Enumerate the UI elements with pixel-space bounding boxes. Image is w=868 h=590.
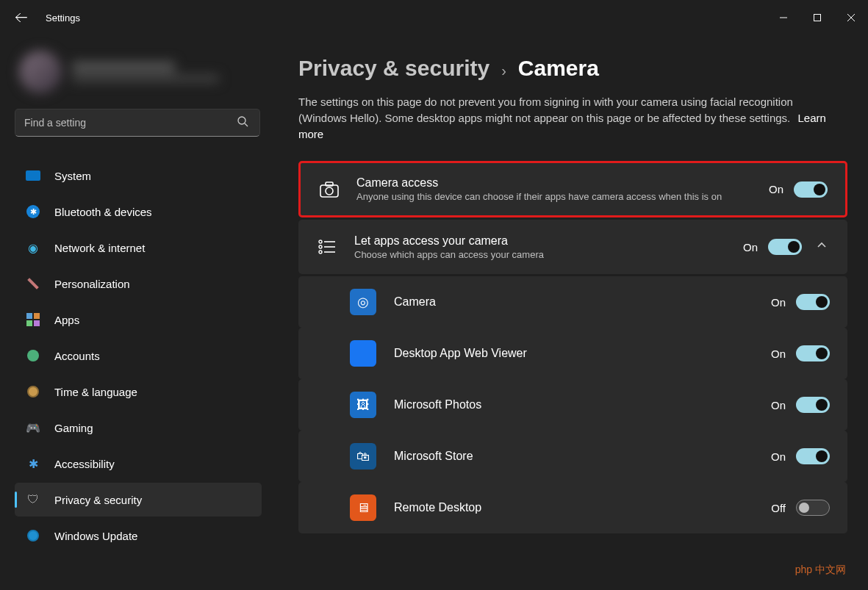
setting-subtitle: Anyone using this device can choose if t…: [356, 191, 753, 202]
svg-point-7: [326, 187, 333, 195]
app-row: 🛍Microsoft StoreOn: [298, 431, 847, 482]
shield-icon: 🛡: [25, 492, 41, 508]
setting-title: Camera access: [356, 176, 753, 190]
app-toggle[interactable]: [796, 294, 830, 310]
profile-block[interactable]: [15, 43, 262, 101]
sidebar-item-privacy-security[interactable]: 🛡Privacy & security: [15, 483, 262, 517]
app-icon: 🖥: [350, 494, 376, 521]
bluetooth-icon: ✱: [25, 204, 41, 220]
app-row: 🖥Remote DesktopOff: [298, 482, 847, 533]
svg-point-4: [238, 117, 245, 124]
sidebar-item-label: Personalization: [54, 278, 130, 290]
sidebar-item-personalization[interactable]: Personalization: [15, 267, 262, 301]
app-icon: 🛍: [350, 443, 376, 470]
app-label: Remote Desktop: [394, 501, 753, 514]
sidebar-item-label: Time & language: [54, 386, 137, 398]
toggle-state-label: On: [743, 241, 758, 253]
brush-icon: [25, 276, 41, 292]
app-toggle[interactable]: [796, 500, 830, 516]
list-icon: [316, 240, 338, 254]
profile-name: [72, 62, 175, 72]
apps-grid-icon: [25, 312, 41, 328]
let-apps-toggle[interactable]: [768, 239, 802, 255]
sidebar-item-gaming[interactable]: 🎮Gaming: [15, 411, 262, 445]
toggle-state-label: On: [771, 348, 786, 360]
sidebar-item-label: Accessibility: [54, 458, 115, 470]
chevron-right-icon: ›: [501, 62, 506, 79]
maximize-button[interactable]: [800, 0, 834, 35]
monitor-icon: [25, 168, 41, 184]
sidebar-item-label: Windows Update: [54, 530, 137, 542]
svg-point-9: [319, 240, 322, 243]
app-row: ◎CameraOn: [298, 276, 847, 328]
avatar: [19, 51, 62, 93]
search-input[interactable]: [15, 109, 260, 137]
window-controls: [767, 0, 868, 35]
setting-subtitle: Choose which apps can access your camera: [354, 249, 727, 260]
camera-icon: [318, 181, 340, 198]
svg-point-13: [319, 251, 322, 253]
toggle-state-label: On: [771, 450, 786, 463]
app-icon: ◎: [350, 289, 376, 315]
app-icon: 🖼: [350, 392, 376, 418]
app-row: 🖼Microsoft PhotosOn: [298, 379, 847, 431]
sidebar-item-label: Bluetooth & devices: [54, 206, 152, 218]
accessibility-icon: ✱: [25, 456, 41, 472]
app-toggle[interactable]: [796, 345, 830, 361]
svg-point-11: [319, 245, 322, 248]
app-label: Microsoft Photos: [394, 398, 753, 411]
update-icon: [25, 528, 41, 544]
app-label: Camera: [394, 295, 753, 309]
sidebar-item-time-language[interactable]: Time & language: [15, 375, 262, 409]
sidebar-item-label: Network & internet: [54, 242, 145, 254]
app-toggle[interactable]: [796, 397, 830, 413]
svg-rect-1: [814, 15, 821, 21]
close-button[interactable]: [834, 0, 868, 35]
sidebar-item-label: Privacy & security: [54, 494, 142, 506]
breadcrumb: Privacy & security › Camera: [298, 56, 847, 81]
minimize-button[interactable]: [767, 0, 800, 35]
app-label: Desktop App Web Viewer: [394, 347, 753, 360]
toggle-state-label: Off: [771, 502, 786, 514]
app-title: Settings: [46, 12, 80, 24]
toggle-state-label: On: [771, 399, 786, 411]
profile-email: [72, 75, 219, 82]
back-button[interactable]: 🡠: [15, 10, 28, 26]
sidebar-item-accounts[interactable]: Accounts: [15, 339, 262, 373]
sidebar-item-label: System: [54, 170, 91, 182]
setting-let-apps[interactable]: Let apps access your camera Choose which…: [298, 220, 847, 274]
clock-icon: [25, 384, 41, 400]
chevron-up-icon[interactable]: [817, 240, 830, 253]
app-label: Microsoft Store: [394, 450, 753, 463]
toggle-state-label: On: [769, 183, 783, 195]
toggle-state-label: On: [771, 296, 786, 309]
page-description: The settings on this page do not prevent…: [298, 94, 842, 142]
app-row: Desktop App Web ViewerOn: [298, 328, 847, 379]
sidebar-item-accessibility[interactable]: ✱Accessibility: [15, 447, 262, 481]
sidebar-item-bluetooth-devices[interactable]: ✱Bluetooth & devices: [15, 195, 262, 229]
user-icon: [25, 348, 41, 364]
setting-camera-access: Camera access Anyone using this device c…: [298, 161, 847, 217]
sidebar-item-label: Apps: [54, 314, 79, 326]
gamepad-icon: 🎮: [25, 420, 41, 436]
sidebar-item-system[interactable]: System: [15, 159, 262, 193]
app-toggle[interactable]: [796, 448, 830, 464]
setting-title: Let apps access your camera: [354, 234, 727, 248]
sidebar-item-apps[interactable]: Apps: [15, 303, 262, 337]
sidebar-item-network-internet[interactable]: ◉Network & internet: [15, 231, 262, 265]
camera-access-toggle[interactable]: [794, 181, 828, 198]
sidebar-item-label: Gaming: [54, 422, 93, 434]
sidebar-item-label: Accounts: [54, 350, 100, 362]
wifi-icon: ◉: [25, 240, 41, 256]
sidebar-item-windows-update[interactable]: Windows Update: [15, 519, 262, 553]
breadcrumb-parent[interactable]: Privacy & security: [298, 56, 489, 81]
breadcrumb-current: Camera: [518, 56, 599, 81]
search-icon: [237, 115, 248, 130]
app-icon: [350, 340, 376, 367]
svg-rect-8: [326, 182, 333, 186]
svg-line-5: [245, 123, 248, 126]
